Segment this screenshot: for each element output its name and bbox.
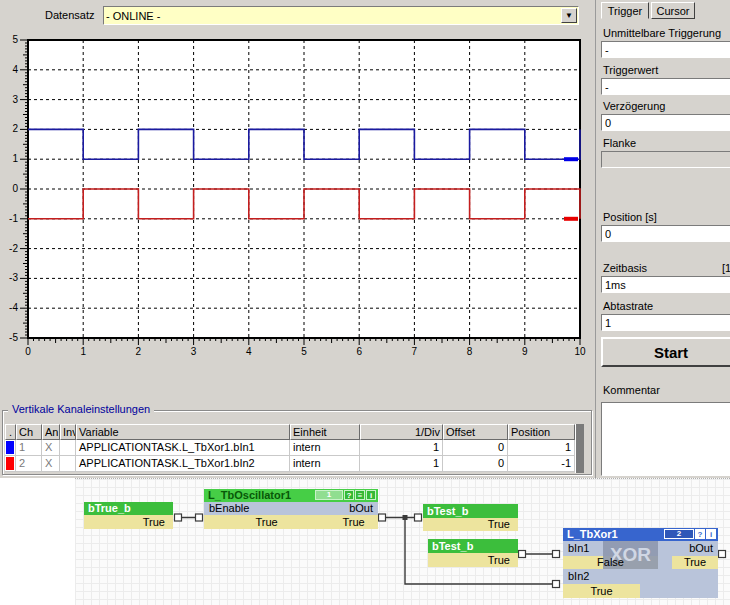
pin-benable-value[interactable]: True bbox=[204, 515, 329, 529]
trigger-panel: Trigger Cursor Unmittelbare Triggerung T… bbox=[595, 0, 730, 478]
cell-div[interactable]: 1 bbox=[360, 440, 443, 456]
svg-text:2: 2 bbox=[12, 123, 18, 134]
svg-text:9: 9 bbox=[522, 346, 528, 357]
immediate-trigger-field[interactable] bbox=[601, 41, 730, 58]
samplerate-label: Abtastrate bbox=[603, 300, 653, 312]
timebase-field[interactable] bbox=[601, 276, 730, 293]
col-position: Position bbox=[508, 424, 575, 440]
samplerate-field[interactable] bbox=[601, 314, 730, 331]
svg-text:5: 5 bbox=[301, 346, 307, 357]
cell-position[interactable]: -1 bbox=[508, 456, 575, 472]
channel-table: . Ch An Inv Variable Einheit 1/Div Offse… bbox=[5, 424, 575, 472]
fbd-block-name: bTest_b bbox=[428, 539, 518, 553]
timebase-label: Zeitbasis bbox=[603, 262, 647, 274]
fbd-block-name: bTest_b bbox=[423, 504, 518, 518]
channel-color-swatch bbox=[5, 456, 16, 472]
svg-text:-5: -5 bbox=[9, 332, 18, 343]
instance-badge: 2 bbox=[664, 529, 694, 539]
pin-bout: bOut bbox=[349, 502, 373, 515]
cell-an[interactable]: X bbox=[42, 456, 60, 472]
dropdown-arrow-icon[interactable]: ▼ bbox=[561, 8, 577, 23]
delay-field[interactable] bbox=[601, 114, 730, 131]
table-row[interactable]: 2 X APPLICATIONTASK.L_TbXor1.bIn2 intern… bbox=[5, 456, 575, 472]
svg-text:1: 1 bbox=[80, 346, 86, 357]
fbd-block-name: bTrue_b bbox=[84, 502, 173, 515]
svg-text:4: 4 bbox=[12, 64, 18, 75]
cell-ch: 2 bbox=[16, 456, 42, 472]
svg-text:3: 3 bbox=[12, 94, 18, 105]
col-color: . bbox=[5, 424, 16, 440]
fbd-block-value[interactable]: True bbox=[423, 518, 518, 531]
position-field[interactable] bbox=[601, 225, 730, 242]
pin-bin2-value[interactable]: True bbox=[563, 584, 640, 598]
comment-label: Kommentar bbox=[603, 384, 660, 396]
tab-trigger[interactable]: Trigger bbox=[601, 2, 649, 19]
pin-bout-value[interactable]: True bbox=[329, 515, 378, 529]
instance-badge: 1 bbox=[315, 490, 343, 500]
svg-text:6: 6 bbox=[356, 346, 362, 357]
position-label: Position [s] bbox=[603, 211, 657, 223]
svg-text:0: 0 bbox=[12, 183, 18, 194]
channel-settings-title: Vertikale Kanaleinstellungen bbox=[8, 403, 154, 415]
delay-label: Verzögerung bbox=[603, 100, 665, 112]
help-icon[interactable]: ? bbox=[695, 529, 705, 539]
scope-window: Datensatz ▼ 543210-1-2-3-4-5012345678910… bbox=[0, 0, 730, 605]
fbd-block-value[interactable]: True bbox=[84, 515, 173, 529]
pin-benable: bEnable bbox=[209, 502, 249, 515]
timebase-range-hint: [1. bbox=[722, 262, 730, 274]
trigger-value-field[interactable] bbox=[601, 78, 730, 95]
svg-text:3: 3 bbox=[191, 346, 197, 357]
wire-junction bbox=[403, 515, 408, 520]
fbd-block-btest-mid[interactable]: bTest_b True bbox=[428, 539, 518, 567]
cell-einheit[interactable]: intern bbox=[290, 440, 360, 456]
svg-text:-2: -2 bbox=[9, 243, 18, 254]
cell-inv[interactable] bbox=[60, 456, 76, 472]
edge-field bbox=[601, 151, 730, 168]
fbd-editor: bTrue_b True L_TbOscillator1 1 ? ≡ i bEn… bbox=[75, 478, 730, 605]
dataset-combobox-value[interactable] bbox=[106, 8, 558, 23]
fbd-block-value[interactable]: True bbox=[428, 553, 518, 567]
cell-ch: 1 bbox=[16, 440, 42, 456]
body-icon[interactable]: ≡ bbox=[355, 490, 365, 500]
edge-label: Flanke bbox=[603, 137, 636, 149]
dataset-combobox[interactable]: ▼ bbox=[103, 6, 579, 25]
start-button[interactable]: Start bbox=[601, 337, 730, 367]
cell-variable[interactable]: APPLICATIONTASK.L_TbXor1.bIn1 bbox=[76, 440, 290, 456]
comment-textarea[interactable] bbox=[601, 402, 730, 476]
svg-text:4: 4 bbox=[246, 346, 252, 357]
fbd-block-btest-top[interactable]: bTest_b True bbox=[423, 504, 518, 531]
bottom-left-blank bbox=[0, 478, 75, 605]
fbd-block-title: L_TbOscillator1 bbox=[208, 489, 291, 501]
channel-color-swatch bbox=[5, 440, 16, 456]
cell-offset[interactable]: 0 bbox=[443, 440, 508, 456]
table-scrollbar[interactable] bbox=[575, 424, 584, 473]
svg-text:5: 5 bbox=[12, 34, 18, 45]
immediate-trigger-label: Unmittelbare Triggerung bbox=[603, 27, 721, 39]
trigger-value-label: Triggerwert bbox=[603, 64, 658, 76]
help-icon[interactable]: ? bbox=[344, 490, 354, 500]
channel-table-header: . Ch An Inv Variable Einheit 1/Div Offse… bbox=[5, 424, 575, 440]
oscilloscope-plot[interactable]: 543210-1-2-3-4-5012345678910 bbox=[0, 30, 595, 375]
cell-einheit[interactable]: intern bbox=[290, 456, 360, 472]
cell-offset[interactable]: 0 bbox=[443, 456, 508, 472]
pin-bin1-value[interactable]: False bbox=[563, 556, 658, 569]
channel-settings-section: Vertikale Kanaleinstellungen . Ch An Inv… bbox=[0, 400, 595, 478]
fbd-block-title: L_TbXor1 bbox=[567, 528, 618, 540]
tab-cursor[interactable]: Cursor bbox=[651, 2, 695, 19]
svg-text:1: 1 bbox=[12, 153, 18, 164]
cell-inv[interactable] bbox=[60, 440, 76, 456]
fbd-block-xor[interactable]: L_TbXor1 2 ? i bIn1 bOut True XOR False … bbox=[563, 528, 718, 598]
cell-an[interactable]: X bbox=[42, 440, 60, 456]
pin-bout-value[interactable]: True bbox=[672, 556, 718, 569]
cell-variable[interactable]: APPLICATIONTASK.L_TbXor1.bIn2 bbox=[76, 456, 290, 472]
svg-text:-4: -4 bbox=[9, 302, 18, 313]
fbd-block-oscillator[interactable]: L_TbOscillator1 1 ? ≡ i bEnable bOut Tru… bbox=[204, 489, 378, 529]
fbd-block-btrue[interactable]: bTrue_b True bbox=[84, 502, 173, 529]
info-icon[interactable]: i bbox=[366, 490, 376, 500]
table-row[interactable]: 1 X APPLICATIONTASK.L_TbXor1.bIn1 intern… bbox=[5, 440, 575, 456]
col-inv: Inv bbox=[60, 424, 76, 440]
cell-div[interactable]: 1 bbox=[360, 456, 443, 472]
col-an: An bbox=[42, 424, 60, 440]
info-icon[interactable]: i bbox=[706, 529, 716, 539]
cell-position[interactable]: 1 bbox=[508, 440, 575, 456]
